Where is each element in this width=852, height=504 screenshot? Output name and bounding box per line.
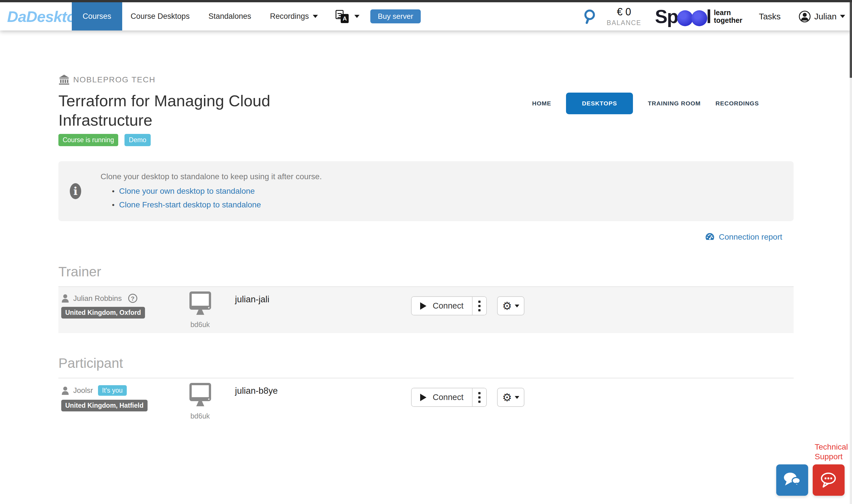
user-name: Julian	[814, 12, 837, 21]
list-item: Clone your own desktop to standalone	[112, 185, 261, 197]
balance-amount: € 0	[607, 6, 641, 18]
page-title: Terraform for Managing Cloud Infrastruct…	[58, 91, 372, 130]
location-badge: United Kingdom, Hatfield	[61, 400, 148, 411]
settings-dropdown-button[interactable]: ⚙	[497, 388, 524, 407]
chevron-down-icon	[840, 15, 845, 18]
buy-server-button[interactable]: Buy server	[370, 10, 420, 23]
monitor-icon[interactable]	[186, 291, 214, 317]
chevron-down-icon	[355, 15, 360, 18]
svg-text:i: i	[73, 185, 77, 197]
connect-button[interactable]: Connect	[412, 297, 472, 315]
monitor-icon[interactable]	[186, 383, 214, 408]
trainer-name: Julian Robbins	[73, 294, 122, 303]
page-scrollbar[interactable]	[850, 2, 852, 504]
server-label: bd6uk	[165, 412, 235, 420]
person-icon	[61, 386, 69, 395]
demo-badge: Demo	[125, 134, 150, 146]
connect-button-group: Connect	[411, 296, 487, 316]
tab-recordings[interactable]: RECORDINGS	[715, 100, 759, 107]
its-you-badge: It's you	[98, 385, 126, 396]
search-button[interactable]	[582, 8, 598, 24]
clone-freshstart-link[interactable]: Clone Fresh-start desktop to standalone	[119, 200, 261, 209]
scrollbar-thumb[interactable]	[850, 2, 852, 78]
navbar-right: € 0 BALANCE Sp l learn together Tasks Ju…	[582, 2, 852, 31]
nav-item-tasks[interactable]: Tasks	[759, 12, 781, 21]
main-content: NOBLEPROG TECH Terraform for Managing Cl…	[58, 31, 794, 425]
balance-widget[interactable]: € 0 BALANCE	[607, 6, 641, 27]
chat-bubbles-icon	[783, 472, 802, 488]
support-bubble-icon	[820, 472, 837, 488]
clone-own-desktop-link[interactable]: Clone your own desktop to standalone	[119, 186, 255, 195]
connect-button-group: Connect	[411, 388, 487, 407]
connect-options-button[interactable]	[472, 388, 486, 406]
tab-training-room[interactable]: TRAINING ROOM	[648, 100, 701, 107]
top-navbar: DaDesktop Courses Course Desktops Standa…	[0, 2, 852, 31]
technical-support-button[interactable]	[813, 464, 845, 496]
technical-support-label: Technical Support	[815, 442, 848, 462]
course-tabs: HOME DESKTOPS TRAINING ROOM RECORDINGS	[532, 93, 759, 114]
app-logo[interactable]: DaDesktop	[7, 8, 68, 25]
chevron-down-icon	[515, 305, 519, 307]
gear-icon: ⚙	[502, 301, 512, 311]
user-circle-icon	[798, 10, 811, 23]
connection-report-link[interactable]: Connection report	[705, 233, 782, 241]
section-heading-participant: Participant	[58, 355, 794, 371]
tab-home[interactable]: HOME	[532, 100, 551, 107]
nav-item-standalones[interactable]: Standalones	[209, 12, 251, 21]
spool-tagline: learn together	[714, 9, 742, 24]
participant-name: Joolsr	[73, 386, 93, 395]
section-heading-trainer: Trainer	[58, 264, 794, 280]
kebab-icon	[478, 392, 481, 394]
row-actions: Connect ⚙	[411, 388, 524, 407]
location-badge: United Kingdom, Oxford	[61, 307, 145, 319]
spool-logo[interactable]: Sp l learn together	[655, 6, 742, 28]
gear-icon: ⚙	[502, 392, 512, 403]
settings-dropdown-button[interactable]: ⚙	[497, 296, 524, 316]
connect-button[interactable]: Connect	[412, 388, 472, 406]
tab-desktops[interactable]: DESKTOPS	[566, 93, 633, 114]
gauge-icon	[705, 233, 715, 241]
desktop-column: bd6uk	[165, 378, 235, 425]
user-menu[interactable]: Julian	[798, 10, 845, 23]
course-badges: Course is running Demo	[58, 134, 794, 146]
nav-item-recordings[interactable]: Recordings	[270, 12, 318, 21]
info-box: i Clone your desktop to standalone to ke…	[58, 161, 794, 221]
chevron-down-icon	[515, 396, 519, 399]
desktop-row-participant: Joolsr It's you United Kingdom, Hatfield…	[58, 378, 794, 425]
list-item: Clone Fresh-start desktop to standalone	[112, 199, 261, 211]
info-message: Clone your desktop to standalone to keep…	[101, 172, 322, 181]
desktop-column: bd6uk	[165, 287, 235, 333]
search-icon	[582, 8, 598, 24]
breadcrumb: NOBLEPROG TECH	[58, 75, 794, 85]
clone-links-list: Clone your own desktop to standalone Clo…	[112, 183, 261, 211]
nav-item-courses[interactable]: Courses	[72, 2, 122, 31]
user-column: Joolsr It's you United Kingdom, Hatfield	[58, 378, 165, 425]
window-top-strip	[0, 0, 852, 2]
desktop-row-trainer: Julian Robbins ? United Kingdom, Oxford …	[58, 286, 794, 333]
balance-label: BALANCE	[607, 19, 641, 27]
breadcrumb-org[interactable]: NOBLEPROG TECH	[73, 75, 156, 84]
play-icon	[420, 394, 427, 401]
nav-item-course-desktops[interactable]: Course Desktops	[131, 12, 190, 21]
help-icon[interactable]: ?	[128, 294, 137, 303]
chevron-down-icon	[313, 15, 318, 18]
language-selector[interactable]: A	[336, 10, 360, 23]
row-actions: Connect ⚙	[411, 296, 524, 316]
translate-icon: A	[336, 10, 349, 23]
chat-button[interactable]	[776, 464, 808, 496]
play-icon	[420, 302, 427, 310]
kebab-icon	[478, 301, 481, 303]
person-icon	[61, 294, 69, 303]
connect-options-button[interactable]	[472, 297, 486, 315]
info-icon: i	[69, 183, 82, 199]
server-label: bd6uk	[165, 321, 235, 329]
status-badge: Course is running	[58, 134, 118, 146]
spool-o-icon	[691, 10, 707, 26]
institution-icon	[58, 75, 70, 85]
spool-o-icon	[677, 10, 693, 26]
user-column: Julian Robbins ? United Kingdom, Oxford	[58, 287, 165, 333]
report-row: Connection report	[58, 233, 794, 241]
